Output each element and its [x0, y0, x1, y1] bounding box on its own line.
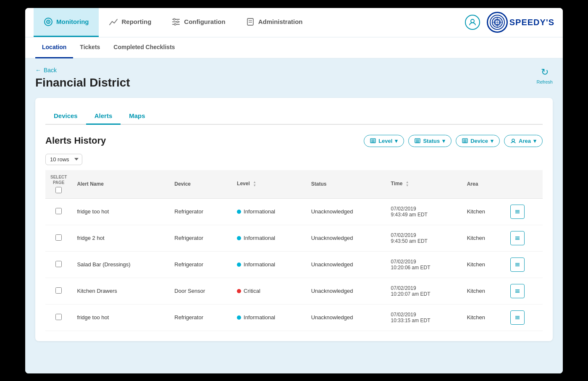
level-dot-3: [237, 289, 241, 293]
row-action-btn-0[interactable]: [510, 205, 525, 219]
top-nav: Monitoring Reporting: [25, 8, 563, 37]
user-icon[interactable]: [465, 15, 480, 30]
brand-name: SPEEDY'S: [509, 18, 554, 27]
filter-area-arrow: ▾: [533, 138, 536, 144]
row-device-0: Refrigerator: [169, 198, 232, 225]
rows-select[interactable]: 10 rows 25 rows 50 rows: [45, 154, 82, 165]
refresh-label: Refresh: [536, 79, 553, 84]
nav-item-monitoring[interactable]: Monitoring: [34, 8, 99, 37]
subnav-location[interactable]: Location: [35, 37, 73, 58]
row-area-2: Kitchen: [462, 251, 505, 278]
col-status: Status: [306, 170, 386, 199]
subnav-tickets[interactable]: Tickets: [73, 37, 107, 58]
svg-point-6: [173, 18, 175, 20]
nav-item-reporting[interactable]: Reporting: [99, 8, 161, 37]
level-sort-icon: ▲▼: [253, 181, 256, 187]
row-area-0: Kitchen: [462, 198, 505, 225]
row-action-btn-2[interactable]: [510, 258, 525, 272]
svg-point-8: [174, 24, 176, 25]
subnav-completed-checklists[interactable]: Completed Checklists: [107, 37, 181, 58]
col-area: Area: [462, 170, 505, 199]
table-head: SELECTPAGE Alert Name Device Level ▲▼: [45, 170, 543, 199]
row-action-btn-4[interactable]: [510, 310, 525, 325]
row-checkbox-cell: [45, 304, 72, 331]
col-time[interactable]: Time ▲▼: [386, 170, 462, 199]
tab-maps[interactable]: Maps: [121, 108, 153, 125]
level-dot-1: [237, 236, 241, 240]
row-action-cell-2: [505, 251, 543, 278]
svg-point-14: [471, 19, 474, 23]
row-device-2: Refrigerator: [169, 251, 232, 278]
nav-item-configuration[interactable]: Configuration: [161, 8, 235, 37]
filter-area-label: Area: [519, 138, 531, 144]
row-level-2: Informational: [232, 251, 306, 278]
row-action-btn-3[interactable]: [510, 284, 525, 298]
row-checkbox-4[interactable]: [55, 314, 62, 320]
nav-right: SPEEDY'S: [465, 12, 554, 33]
filter-status[interactable]: Status ▾: [408, 135, 452, 147]
row-area-1: Kitchen: [462, 225, 505, 251]
svg-point-29: [512, 139, 514, 142]
svg-point-7: [177, 21, 178, 23]
back-link[interactable]: ← Back: [35, 67, 130, 74]
tab-devices[interactable]: Devices: [45, 108, 86, 125]
row-level-1: Informational: [232, 225, 306, 251]
row-action-btn-1[interactable]: [510, 231, 525, 245]
alerts-table: SELECTPAGE Alert Name Device Level ▲▼: [45, 170, 543, 331]
nav-item-administration[interactable]: Administration: [236, 8, 313, 37]
table-row: fridge too hot Refrigerator Informationa…: [45, 198, 543, 225]
page-area: ← Back Financial District ↻ Refresh Devi…: [25, 58, 563, 373]
back-label: Back: [44, 67, 57, 74]
nav-label-reporting: Reporting: [121, 18, 151, 25]
table-row: fridge too hot Refrigerator Informationa…: [45, 304, 543, 331]
filter-buttons: Level ▾ Status ▾: [364, 135, 543, 147]
select-page-label: SELECTPAGE: [50, 174, 67, 185]
row-device-3: Door Sensor: [169, 278, 232, 304]
col-select: SELECTPAGE: [45, 170, 72, 199]
row-checkbox-0[interactable]: [55, 208, 62, 214]
filter-status-arrow: ▾: [442, 138, 445, 144]
row-action-cell-0: [505, 198, 543, 225]
row-status-4: Unacknowledged: [306, 304, 386, 331]
refresh-button[interactable]: ↻ Refresh: [536, 67, 553, 84]
col-device: Device: [169, 170, 232, 199]
table-row: Kitchen Drawers Door Sensor Critical Una…: [45, 278, 543, 304]
col-alert-name: Alert Name: [72, 170, 169, 199]
row-checkbox-2[interactable]: [55, 261, 62, 267]
row-checkbox-3[interactable]: [55, 287, 62, 294]
row-alert-name-2: Salad Bar (Dressings): [72, 251, 169, 278]
row-time-3: 07/02/201910:20:07 am EDT: [386, 278, 462, 304]
filter-device[interactable]: Device ▾: [456, 135, 500, 147]
col-level[interactable]: Level ▲▼: [232, 170, 306, 199]
inner-tabs: Devices Alerts Maps: [45, 108, 543, 125]
row-status-1: Unacknowledged: [306, 225, 386, 251]
alerts-title: Alerts History: [45, 135, 106, 146]
select-all-checkbox[interactable]: [55, 187, 62, 193]
table-row: fridge 2 hot Refrigerator Informational …: [45, 225, 543, 251]
row-alert-name-1: fridge 2 hot: [72, 225, 169, 251]
row-status-0: Unacknowledged: [306, 198, 386, 225]
row-checkbox-cell: [45, 225, 72, 251]
row-level-0: Informational: [232, 198, 306, 225]
row-time-2: 07/02/201910:20:06 am EDT: [386, 251, 462, 278]
row-alert-name-3: Kitchen Drawers: [72, 278, 169, 304]
level-label-2: Informational: [244, 261, 275, 268]
filter-device-label: Device: [470, 138, 488, 144]
administration-icon: [246, 17, 255, 26]
level-dot-4: [237, 315, 241, 320]
row-time-4: 07/02/201910:33:15 am EDT: [386, 304, 462, 331]
filter-area[interactable]: Area ▾: [504, 135, 543, 147]
row-checkbox-1[interactable]: [55, 234, 62, 241]
row-status-3: Unacknowledged: [306, 278, 386, 304]
row-device-4: Refrigerator: [169, 304, 232, 331]
back-arrow-icon: ←: [35, 67, 41, 74]
table-row: Salad Bar (Dressings) Refrigerator Infor…: [45, 251, 543, 278]
tab-alerts[interactable]: Alerts: [86, 108, 121, 125]
main-card: Devices Alerts Maps Alerts History: [35, 98, 553, 341]
row-area-4: Kitchen: [462, 304, 505, 331]
row-status-2: Unacknowledged: [306, 251, 386, 278]
filter-level[interactable]: Level ▾: [364, 135, 404, 147]
col-actions: [505, 170, 543, 199]
row-alert-name-0: fridge too hot: [72, 198, 169, 225]
nav-label-monitoring: Monitoring: [56, 18, 89, 25]
